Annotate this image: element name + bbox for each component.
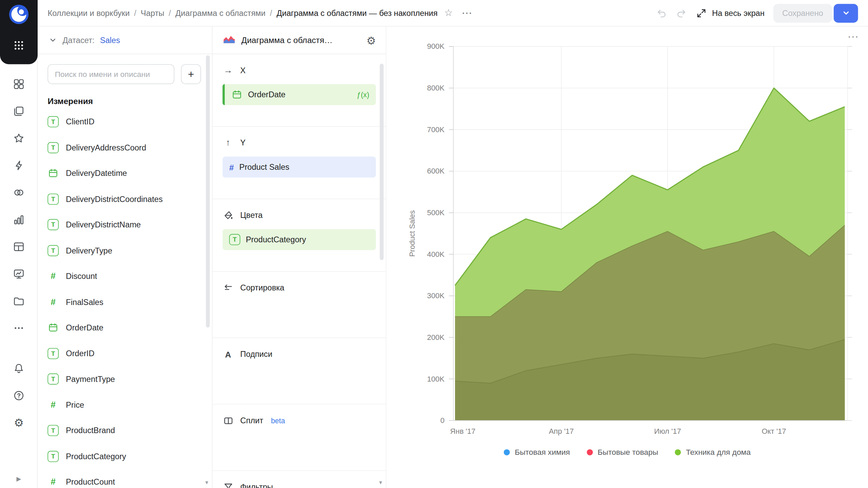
chart-config-panel: Диаграмма с областя… ⚙ → X OrderDate ƒ(x… — [213, 26, 387, 488]
legend-item[interactable]: Техника для дома — [675, 448, 751, 456]
notifications-bell-icon[interactable] — [13, 362, 25, 374]
string-field-icon: T — [47, 451, 59, 462]
fullscreen-button[interactable]: На весь экран — [696, 7, 765, 19]
dataset-field-DeliveryDistrictName[interactable]: TDeliveryDistrictName — [47, 212, 201, 238]
dataset-label: Датасет: — [62, 36, 94, 44]
shelf-filters-label: Фильтры — [222, 480, 376, 488]
favorite-star-icon[interactable]: ☆ — [444, 7, 453, 19]
save-button-group: Сохранено — [773, 4, 858, 23]
field-name: Discount — [66, 272, 97, 281]
field-name: DeliveryDistrictCoordinates — [66, 195, 162, 203]
breadcrumb-item[interactable]: Чарты — [141, 8, 164, 17]
shelf-labels[interactable]: A Подписи — [213, 338, 386, 405]
settings-gear-icon[interactable]: ⚙ — [13, 416, 25, 429]
datalens-logo[interactable] — [8, 3, 30, 28]
collections-icon[interactable] — [13, 105, 25, 117]
chart-more-icon[interactable]: ⋯ — [848, 30, 859, 43]
area-chart-type-icon[interactable] — [222, 34, 236, 47]
breadcrumb-item[interactable]: Диаграмма с областями — [175, 8, 265, 17]
legend-item[interactable]: Бытовые товары — [587, 448, 658, 456]
string-field-icon: T — [47, 245, 59, 256]
header-actions: На весь экран Сохранено — [656, 4, 858, 23]
shelf-split-label: Сплит beta — [222, 414, 376, 427]
y-field-pill[interactable]: # Product Sales — [222, 157, 376, 178]
x-field-pill[interactable]: OrderDate ƒ(x) — [222, 84, 376, 105]
quick-actions-lightning-icon[interactable] — [13, 159, 25, 171]
rail-bottom-icons: ⚙ — [0, 362, 38, 429]
legend-dot — [504, 449, 510, 455]
shelf-y: ↑ Y # Product Sales — [213, 127, 386, 199]
dataset-field-Discount[interactable]: #Discount — [47, 263, 201, 289]
calendar-field-icon — [231, 89, 242, 100]
svg-text:100K: 100K — [427, 375, 445, 383]
datasets-table-icon[interactable] — [13, 241, 25, 253]
dataset-field-ClientID[interactable]: TClientID — [47, 109, 201, 135]
help-icon[interactable] — [13, 389, 25, 402]
shelf-label-text: Сортировка — [240, 283, 284, 292]
string-field-icon: T — [47, 425, 59, 436]
rail-collapse-button[interactable]: ▶ — [0, 475, 38, 482]
dataset-field-Price[interactable]: #Price — [47, 392, 201, 418]
left-nav-rail: ⚙ ▶ — [0, 0, 38, 488]
svg-text:600K: 600K — [427, 167, 445, 175]
svg-text:Июл '17: Июл '17 — [654, 427, 681, 435]
svg-text:300K: 300K — [427, 291, 445, 300]
field-name: DeliveryDatetime — [66, 169, 127, 178]
shelf-sort[interactable]: Сортировка — [213, 272, 386, 338]
chevron-down-icon — [49, 36, 57, 44]
calendar-field-icon — [47, 168, 59, 179]
string-field-icon: T — [47, 373, 59, 385]
dataset-name-link[interactable]: Sales — [100, 36, 120, 44]
breadcrumb-separator: / — [169, 8, 171, 17]
dataset-field-ProductBrand[interactable]: TProductBrand — [47, 418, 201, 444]
formula-icon[interactable]: ƒ(x) — [357, 90, 369, 99]
chart-type-title[interactable]: Диаграмма с областя… — [241, 35, 333, 45]
split-icon — [222, 415, 234, 426]
storage-folder-icon[interactable] — [13, 295, 25, 307]
svg-text:Окт '17: Окт '17 — [762, 427, 786, 435]
legend-item[interactable]: Бытовая химия — [504, 448, 570, 456]
filter-funnel-icon — [222, 482, 234, 488]
redo-icon[interactable] — [676, 7, 687, 19]
colors-field-pill[interactable]: T ProductCategory — [222, 229, 376, 250]
legend-label: Бытовые товары — [598, 448, 658, 456]
shelf-label-text: Сплит — [240, 416, 263, 425]
services-circles-icon[interactable] — [13, 186, 25, 199]
dataset-field-OrderID[interactable]: TOrderID — [47, 341, 201, 366]
field-name: ProductCount — [66, 477, 115, 486]
beta-badge: beta — [271, 416, 285, 425]
dataset-field-OrderDate[interactable]: OrderDate — [47, 315, 201, 341]
dataset-field-ProductCategory[interactable]: TProductCategory — [47, 444, 201, 469]
widgets-icon[interactable] — [13, 78, 25, 90]
dataset-field-PaymentType[interactable]: TPaymentType — [47, 366, 201, 392]
save-dropdown-button[interactable] — [834, 4, 858, 23]
favorites-star-icon[interactable] — [13, 132, 25, 144]
page-more-icon[interactable]: ⋯ — [461, 7, 473, 20]
x-axis-arrow-icon: → — [222, 65, 234, 75]
saved-button[interactable]: Сохранено — [773, 4, 832, 23]
monitoring-icon[interactable] — [13, 268, 25, 280]
shelf-filters[interactable]: Фильтры — [213, 471, 386, 488]
search-input[interactable] — [47, 64, 174, 84]
more-dots-icon[interactable] — [13, 322, 25, 334]
string-field-icon: T — [47, 348, 59, 359]
apps-grid-icon[interactable] — [13, 40, 24, 53]
breadcrumb-item[interactable]: Коллекции и воркбуки — [47, 8, 130, 17]
charts-icon[interactable] — [13, 214, 25, 226]
dataset-field-FinalSales[interactable]: #FinalSales — [47, 289, 201, 315]
dataset-field-DeliveryType[interactable]: TDeliveryType — [47, 238, 201, 263]
config-scrollbar[interactable] — [380, 64, 383, 260]
field-name: OrderID — [66, 349, 94, 358]
dataset-selector[interactable]: Датасет: Sales — [38, 26, 212, 54]
shelf-split[interactable]: Сплит beta — [213, 404, 386, 471]
dataset-field-DeliveryDistrictCoordinates[interactable]: TDeliveryDistrictCoordinates — [47, 186, 201, 212]
dataset-scrollbar[interactable] — [206, 55, 210, 327]
legend-label: Техника для дома — [686, 448, 751, 456]
undo-icon[interactable] — [656, 7, 667, 19]
logo-tile — [0, 0, 38, 64]
chart-settings-gear-icon[interactable]: ⚙ — [367, 34, 376, 46]
dataset-field-DeliveryAddressCoord[interactable]: TDeliveryAddressCoord — [47, 135, 201, 161]
dataset-field-DeliveryDatetime[interactable]: DeliveryDatetime — [47, 160, 201, 186]
dataset-field-ProductCount[interactable]: #ProductCount — [47, 469, 201, 488]
add-field-button[interactable]: + — [181, 64, 201, 84]
